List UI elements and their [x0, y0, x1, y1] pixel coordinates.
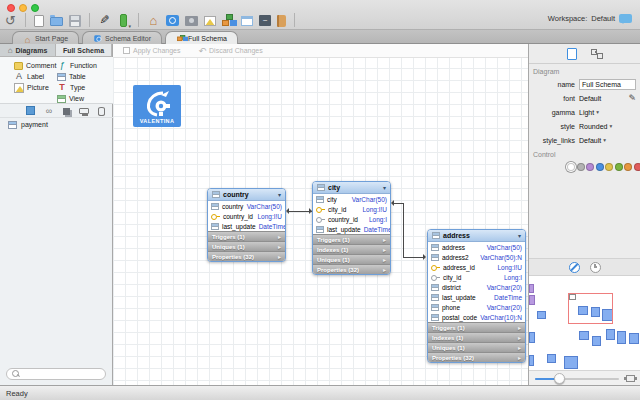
diagram-canvas[interactable]: Apply ChangesDiscard Changes VALENTINA c… — [113, 44, 528, 385]
relation-city-address[interactable] — [403, 203, 404, 257]
minimap-viewport[interactable] — [568, 293, 613, 324]
palette-item-picture[interactable]: Picture — [14, 82, 56, 92]
er-field-row[interactable]: phoneVarChar(20) — [428, 302, 525, 312]
er-field-row[interactable]: postal_codeVarChar(10):N — [428, 312, 525, 322]
feedback-chat-icon[interactable] — [619, 14, 632, 23]
er-table-header[interactable]: country▾ — [208, 189, 285, 201]
table-menu-icon[interactable]: ▾ — [518, 232, 521, 239]
er-table-header[interactable]: city▾ — [313, 182, 390, 194]
open-folder-icon[interactable] — [50, 17, 63, 26]
er-table-country[interactable]: country▾countryVarChar(50)country_idLong… — [207, 188, 286, 262]
structure-tab-icon[interactable] — [591, 48, 603, 60]
undo-icon[interactable] — [4, 14, 17, 27]
er-field-row[interactable]: country_idLong:I — [313, 214, 390, 224]
er-section-indexes[interactable]: Indexes (1)▸ — [428, 332, 525, 342]
home-icon[interactable] — [147, 14, 160, 27]
sql-editor-icon[interactable] — [259, 15, 271, 26]
table-menu-icon[interactable]: ▾ — [383, 184, 386, 191]
palette-item-view[interactable]: View — [57, 93, 97, 103]
er-field-row[interactable]: addressVarChar(50) — [428, 242, 525, 252]
discard-changes-button[interactable]: Discard Changes — [198, 46, 262, 56]
diagram-minimap[interactable] — [529, 276, 640, 370]
diagram-name-input[interactable]: Full Schema — [579, 79, 636, 90]
palette-item-type[interactable]: Type — [57, 82, 97, 92]
zoom-tool-icon[interactable] — [120, 14, 127, 27]
diagram-search-input[interactable] — [6, 368, 106, 380]
save-icon[interactable] — [69, 15, 81, 27]
er-section-triggers[interactable]: Triggers (1)▸ — [428, 322, 525, 332]
er-section-properties[interactable]: Properties (32)▸ — [428, 352, 525, 362]
tab-start-page[interactable]: Start Page — [12, 31, 79, 44]
snapshot-icon[interactable] — [185, 16, 198, 26]
pen-tool-icon[interactable] — [98, 14, 111, 27]
palette-item-label[interactable]: Label — [14, 71, 56, 81]
er-section-triggers[interactable]: Triggers (1)▸ — [208, 231, 285, 241]
full-schema-icon[interactable] — [222, 14, 235, 27]
er-field-row[interactable]: last_updateDateTime — [208, 221, 285, 231]
fit-to-window-icon[interactable] — [626, 375, 635, 382]
dock-tab-full-schema[interactable]: Full Schema — [56, 44, 112, 56]
apply-changes-button[interactable]: Apply Changes — [123, 47, 180, 54]
er-field-row[interactable]: last_updateDateTime — [428, 292, 525, 302]
new-document-icon[interactable] — [34, 15, 44, 27]
color-swatch[interactable] — [577, 163, 585, 171]
schema-editor-icon[interactable] — [166, 15, 179, 26]
diagram-list-item-payment[interactable]: payment — [0, 118, 113, 131]
links-filter-icon[interactable] — [44, 106, 54, 116]
dock-tab-diagrams[interactable]: Diagrams — [0, 44, 56, 56]
display-filter-icon[interactable] — [79, 108, 89, 114]
pencil-icon[interactable] — [628, 93, 636, 103]
property-value[interactable]: Light — [579, 109, 594, 116]
color-swatch[interactable] — [624, 163, 632, 171]
diagram-filter-icon[interactable] — [26, 106, 35, 115]
er-field-row[interactable]: address_idLong:I!U — [428, 262, 525, 272]
palette-item-table[interactable]: Table — [57, 71, 97, 81]
database-filter-icon[interactable] — [98, 107, 105, 116]
er-section-properties[interactable]: Properties (32)▸ — [313, 264, 390, 274]
log-icon[interactable] — [277, 15, 286, 27]
palette-item-comment[interactable]: Comment — [14, 60, 56, 70]
close-window-button[interactable] — [7, 4, 15, 12]
layers-filter-icon[interactable] — [63, 108, 70, 115]
window-icon[interactable] — [241, 16, 253, 26]
color-swatch[interactable] — [605, 163, 613, 171]
navigator-icon[interactable] — [569, 262, 580, 273]
er-table-address[interactable]: address▾addressVarChar(50)address2VarCha… — [427, 229, 526, 363]
er-field-row[interactable]: city_idLong:I!U — [313, 204, 390, 214]
er-section-triggers[interactable]: Triggers (1)▸ — [313, 234, 390, 244]
er-field-row[interactable]: country_idLong:I!U — [208, 211, 285, 221]
minimize-window-button[interactable] — [19, 4, 27, 12]
picture-icon[interactable] — [204, 16, 216, 26]
property-value[interactable]: Rounded — [579, 123, 607, 130]
color-swatch[interactable] — [615, 163, 623, 171]
er-field-row[interactable]: last_updateDateTime — [313, 224, 390, 234]
er-field-row[interactable]: city_idLong:I — [428, 272, 525, 282]
er-field-row[interactable]: address2VarChar(50):N — [428, 252, 525, 262]
er-section-uniques[interactable]: Uniques (1)▸ — [313, 254, 390, 264]
er-table-city[interactable]: city▾cityVarChar(50)city_idLong:I!Ucount… — [312, 181, 391, 275]
tab-schema-editor[interactable]: Schema Editor — [82, 31, 162, 44]
history-icon[interactable] — [590, 262, 601, 273]
tab-full-schema[interactable]: Full Schema — [165, 31, 238, 44]
color-swatch[interactable] — [567, 163, 575, 171]
color-swatch[interactable] — [586, 163, 594, 171]
minimap-viewport-handle[interactable] — [569, 294, 576, 300]
er-section-indexes[interactable]: Indexes (1)▸ — [313, 244, 390, 254]
er-table-header[interactable]: address▾ — [428, 230, 525, 242]
properties-tab-icon[interactable] — [567, 48, 577, 60]
er-field-row[interactable]: districtVarChar(20) — [428, 282, 525, 292]
zoom-window-button[interactable] — [31, 4, 39, 12]
er-section-uniques[interactable]: Uniques (1)▸ — [428, 342, 525, 352]
er-section-uniques[interactable]: Uniques (1)▸ — [208, 241, 285, 251]
color-swatch[interactable] — [634, 163, 640, 171]
relation-city-address[interactable] — [403, 257, 424, 258]
color-swatch[interactable] — [596, 163, 604, 171]
er-field-row[interactable]: cityVarChar(50) — [313, 194, 390, 204]
zoom-slider-knob[interactable] — [554, 373, 565, 384]
palette-item-function[interactable]: Function — [57, 60, 97, 70]
er-field-row[interactable]: countryVarChar(50) — [208, 201, 285, 211]
table-menu-icon[interactable]: ▾ — [278, 191, 281, 198]
property-value[interactable]: Default — [579, 137, 601, 144]
valentina-logo-picture[interactable]: VALENTINA — [133, 85, 181, 127]
er-section-properties[interactable]: Properties (32)▸ — [208, 251, 285, 261]
